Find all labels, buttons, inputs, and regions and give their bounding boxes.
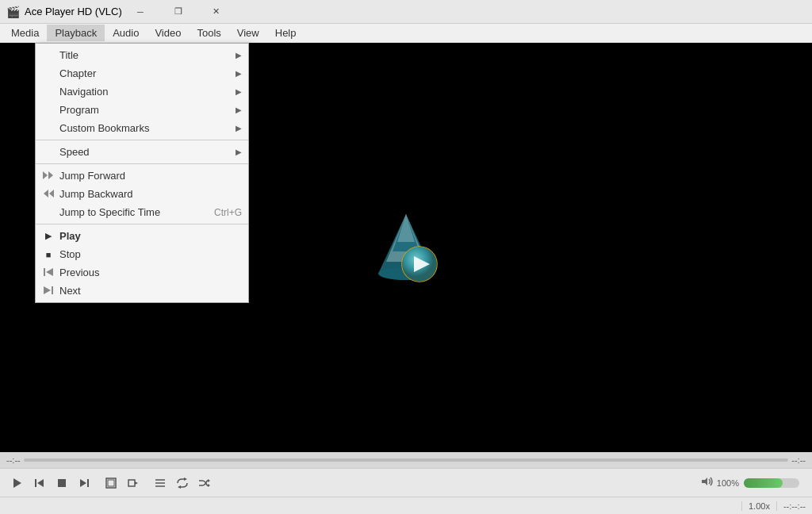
dropdown-section-nav: Title ▶ Chapter ▶ Navigation ▶ Program ▶… [36, 44, 248, 140]
dropdown-section-playback: ▶ Play ■ Stop Previous [36, 224, 248, 302]
svg-marker-33 [208, 484, 210, 487]
svg-rect-24 [128, 480, 135, 486]
status-time: --:--:-- [776, 501, 812, 511]
menu-bar: Media Playback Audio Video Tools View He… [0, 24, 812, 43]
menu-jump-specific[interactable]: Jump to Specific Time Ctrl+G [36, 203, 248, 221]
menu-item-video[interactable]: Video [147, 25, 189, 41]
svg-marker-21 [80, 479, 86, 487]
volume-area: 100% [701, 476, 806, 489]
svg-marker-1 [48, 171, 53, 179]
volume-fill [744, 478, 783, 488]
svg-marker-5 [46, 268, 53, 276]
next-button[interactable] [74, 473, 94, 493]
svg-marker-30 [178, 485, 181, 489]
record-button[interactable] [123, 473, 144, 493]
previous-icon [40, 267, 56, 279]
svg-marker-2 [49, 190, 54, 198]
menu-item-tools[interactable]: Tools [189, 25, 228, 41]
jump-backward-icon [40, 188, 56, 201]
window-controls: ─ ❒ ✕ [122, 0, 235, 24]
stop-button[interactable] [52, 473, 72, 493]
svg-marker-36 [208, 479, 210, 482]
dropdown-section-speed: Speed ▶ [36, 140, 248, 164]
play-button[interactable] [7, 473, 28, 493]
restore-button[interactable]: ❒ [160, 0, 197, 24]
progress-track[interactable] [24, 458, 788, 462]
play-icon: ▶ [40, 231, 56, 241]
menu-item-playback[interactable]: Playback [47, 25, 105, 41]
menu-next[interactable]: Next [36, 282, 248, 300]
svg-rect-23 [108, 480, 114, 486]
svg-marker-16 [13, 478, 21, 488]
menu-item-media[interactable]: Media [3, 25, 47, 41]
stop-icon: ■ [40, 250, 56, 259]
menu-program[interactable]: Program ▶ [36, 101, 248, 119]
svg-rect-19 [58, 479, 66, 487]
svg-marker-37 [702, 478, 707, 485]
svg-marker-3 [44, 190, 48, 198]
shuffle-button[interactable] [194, 473, 215, 493]
svg-marker-0 [43, 171, 48, 179]
title-bar-text: Ace Player HD (VLC) [25, 6, 122, 17]
playlist-button[interactable] [150, 473, 170, 493]
svg-marker-18 [37, 479, 44, 487]
time-right: --:-- [791, 455, 806, 465]
minimize-button[interactable]: ─ [122, 0, 159, 24]
status-bar: 1.00x --:--:-- [0, 497, 812, 514]
svg-rect-17 [35, 479, 36, 487]
next-icon [40, 285, 56, 297]
volume-slider[interactable] [744, 478, 799, 488]
volume-icon[interactable] [701, 476, 714, 489]
controls-bar: 100% [0, 468, 812, 497]
frame-button[interactable] [101, 473, 121, 493]
status-speed: 1.00x [741, 501, 776, 511]
svg-marker-29 [184, 478, 187, 481]
progress-area[interactable]: --:-- --:-- [0, 452, 812, 468]
svg-rect-4 [44, 268, 45, 276]
playback-dropdown: Title ▶ Chapter ▶ Navigation ▶ Program ▶… [35, 43, 249, 303]
svg-rect-6 [52, 286, 53, 294]
menu-navigation[interactable]: Navigation ▶ [36, 82, 248, 101]
svg-marker-25 [135, 481, 138, 485]
menu-chapter[interactable]: Chapter ▶ [36, 64, 248, 82]
time-left: --:-- [6, 455, 21, 465]
app-icon: 🎬 [6, 6, 20, 18]
menu-jump-forward[interactable]: Jump Forward [36, 167, 248, 185]
menu-jump-backward[interactable]: Jump Backward [36, 185, 248, 203]
menu-speed[interactable]: Speed ▶ [36, 143, 248, 161]
menu-previous[interactable]: Previous [36, 263, 248, 282]
loop-button[interactable] [172, 473, 193, 493]
title-bar: 🎬 Ace Player HD (VLC) ─ ❒ ✕ [0, 0, 812, 24]
svg-marker-7 [44, 286, 51, 294]
menu-item-audio[interactable]: Audio [105, 25, 147, 41]
menu-item-help[interactable]: Help [267, 25, 304, 41]
dropdown-section-jump: Jump Forward Jump Backward Jump to Speci… [36, 164, 248, 224]
volume-label: 100% [717, 478, 739, 488]
jump-forward-icon [40, 170, 56, 182]
vlc-logo [370, 210, 442, 286]
menu-title[interactable]: Title ▶ [36, 46, 248, 64]
svg-rect-20 [87, 479, 89, 487]
close-button[interactable]: ✕ [198, 0, 235, 24]
prev-button[interactable] [29, 473, 50, 493]
menu-play[interactable]: ▶ Play [36, 227, 248, 245]
menu-item-view[interactable]: View [229, 25, 267, 41]
menu-custom-bookmarks[interactable]: Custom Bookmarks ▶ [36, 119, 248, 137]
menu-stop[interactable]: ■ Stop [36, 245, 248, 263]
